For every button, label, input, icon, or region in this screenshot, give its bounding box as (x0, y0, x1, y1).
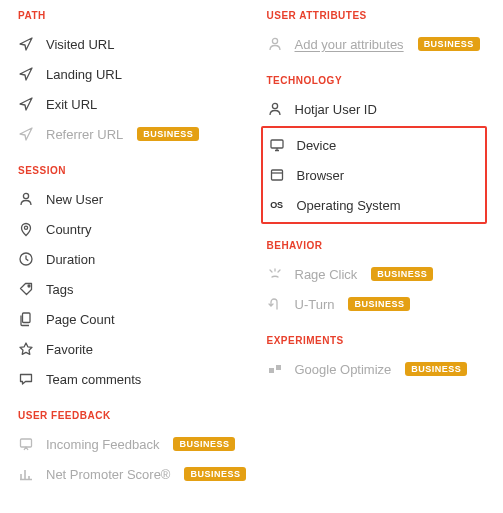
filter-label: Device (297, 138, 337, 153)
rage-icon (267, 266, 283, 282)
svg-rect-9 (271, 170, 282, 180)
filter-item-add-attributes: Add your attributesBUSINESS (267, 29, 486, 59)
filter-label: Incoming Feedback (46, 437, 159, 452)
optimize-icon (267, 361, 283, 377)
filter-item-u-turn: U-TurnBUSINESS (267, 289, 486, 319)
svg-point-6 (272, 38, 277, 43)
section-header: USER ATTRIBUTES (267, 10, 486, 21)
filter-item-referrer-url: Referrer URLBUSINESS (18, 119, 237, 149)
filter-item-duration[interactable]: Duration (18, 244, 237, 274)
svg-point-7 (272, 103, 277, 108)
filter-item-landing-url[interactable]: Landing URL (18, 59, 237, 89)
clock-icon (18, 251, 34, 267)
section-header: TECHNOLOGY (267, 75, 486, 86)
svg-point-3 (28, 285, 30, 287)
filter-item-nps: Net Promoter Score®BUSINESS (18, 459, 237, 489)
cursor-icon (18, 126, 34, 142)
filter-label: Google Optimize (295, 362, 392, 377)
business-badge: BUSINESS (348, 297, 410, 311)
section-header: EXPERIMENTS (267, 335, 486, 346)
filter-label: Rage Click (295, 267, 358, 282)
svg-point-1 (24, 226, 27, 229)
filter-item-new-user[interactable]: New User (18, 184, 237, 214)
filter-label: Net Promoter Score® (46, 467, 170, 482)
filter-label: Team comments (46, 372, 141, 387)
filter-label: Hotjar User ID (295, 102, 377, 117)
filter-item-country[interactable]: Country (18, 214, 237, 244)
filter-item-incoming-feedback: Incoming FeedbackBUSINESS (18, 429, 237, 459)
section-header: USER FEEDBACK (18, 410, 237, 421)
pages-icon (18, 311, 34, 327)
feedback-icon (18, 436, 34, 452)
filter-item-rage-click: Rage ClickBUSINESS (267, 259, 486, 289)
filter-item-hotjar-user-id[interactable]: Hotjar User ID (267, 94, 486, 124)
svg-rect-4 (23, 313, 31, 323)
filter-label: Tags (46, 282, 73, 297)
filter-label: Favorite (46, 342, 93, 357)
filter-item-device[interactable]: Device (263, 130, 480, 160)
business-badge: BUSINESS (418, 37, 480, 51)
filter-label: Referrer URL (46, 127, 123, 142)
monitor-icon (269, 137, 285, 153)
section-header: PATH (18, 10, 237, 21)
filter-item-team-comments[interactable]: Team comments (18, 364, 237, 394)
filter-label: Visited URL (46, 37, 114, 52)
filter-label: Exit URL (46, 97, 97, 112)
filter-label: Country (46, 222, 92, 237)
filter-item-exit-url[interactable]: Exit URL (18, 89, 237, 119)
svg-rect-11 (276, 365, 281, 370)
filter-item-favorite[interactable]: Favorite (18, 334, 237, 364)
filter-item-tags[interactable]: Tags (18, 274, 237, 304)
business-badge: BUSINESS (405, 362, 467, 376)
filter-item-operating-system[interactable]: OSOperating System (263, 190, 480, 220)
os-icon: OS (269, 197, 285, 213)
filter-item-page-count[interactable]: Page Count (18, 304, 237, 334)
section-header: BEHAVIOR (267, 240, 486, 251)
filter-item-google-optimize: Google OptimizeBUSINESS (267, 354, 486, 384)
filter-label: New User (46, 192, 103, 207)
filter-item-browser[interactable]: Browser (263, 160, 480, 190)
cursor-icon (18, 96, 34, 112)
svg-point-0 (23, 193, 28, 198)
star-icon (18, 341, 34, 357)
business-badge: BUSINESS (184, 467, 246, 481)
user-icon (267, 36, 283, 52)
svg-rect-8 (271, 140, 283, 148)
filter-label: Add your attributes (295, 37, 404, 52)
bars-icon (18, 466, 34, 482)
window-icon (269, 167, 285, 183)
filter-label: Browser (297, 168, 345, 183)
filter-label: Landing URL (46, 67, 122, 82)
svg-rect-5 (21, 439, 32, 447)
business-badge: BUSINESS (173, 437, 235, 451)
filter-label: Operating System (297, 198, 401, 213)
section-header: SESSION (18, 165, 237, 176)
user-icon (18, 191, 34, 207)
svg-rect-10 (269, 368, 274, 373)
cursor-icon (18, 36, 34, 52)
comment-icon (18, 371, 34, 387)
pin-icon (18, 221, 34, 237)
filter-label: U-Turn (295, 297, 335, 312)
filter-label: Duration (46, 252, 95, 267)
user-icon (267, 101, 283, 117)
filter-label: Page Count (46, 312, 115, 327)
uturn-icon (267, 296, 283, 312)
business-badge: BUSINESS (371, 267, 433, 281)
highlight-box: DeviceBrowserOSOperating System (261, 126, 488, 224)
tag-icon (18, 281, 34, 297)
business-badge: BUSINESS (137, 127, 199, 141)
cursor-icon (18, 66, 34, 82)
filter-item-visited-url[interactable]: Visited URL (18, 29, 237, 59)
